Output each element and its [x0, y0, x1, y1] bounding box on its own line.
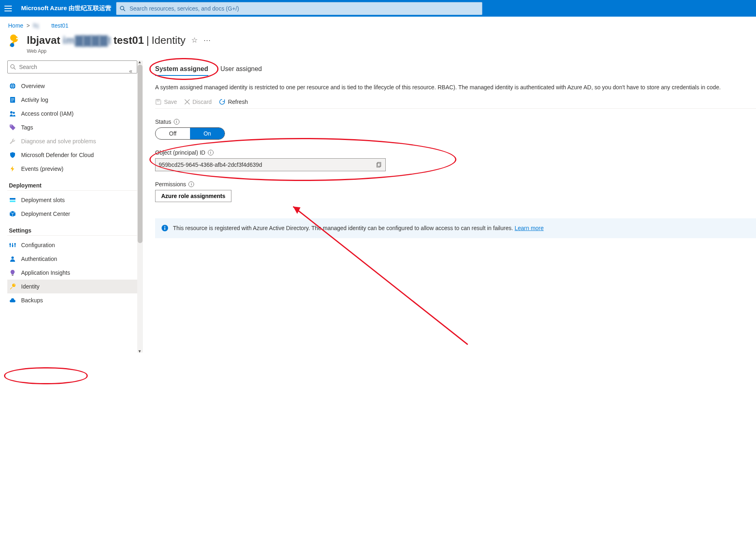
page-title-bar: lbjavatim▇▇▇▇ttest01 | Identity ☆ ⋯: [0, 30, 756, 48]
more-icon[interactable]: ⋯: [203, 36, 212, 45]
sidebar-item-label: Authentication: [21, 256, 57, 262]
svg-point-3: [10, 43, 14, 47]
sidebar-item-authentication[interactable]: Authentication: [7, 252, 137, 266]
svg-point-19: [14, 284, 15, 285]
info-icon[interactable]: i: [188, 181, 194, 187]
breadcrumb-resource[interactable]: lbj ttest01: [33, 22, 68, 29]
svg-point-8: [10, 111, 13, 114]
search-icon: [10, 64, 16, 70]
bulb-icon: [9, 269, 16, 276]
permissions-field: Permissionsi Azure role assignments: [155, 181, 756, 202]
scrollbar-thumb[interactable]: [138, 65, 143, 243]
save-icon: [155, 99, 162, 105]
svg-point-0: [120, 6, 124, 10]
cloud-icon: [9, 297, 16, 304]
status-field: Statusi Off On: [155, 118, 756, 140]
sidebar-item-label: Microsoft Defender for Cloud: [21, 152, 94, 158]
page-title: lbjavatim▇▇▇▇ttest01 | Identity: [27, 34, 186, 47]
sidebar-item-application-insights[interactable]: Application Insights: [7, 266, 137, 280]
tag-icon: [9, 124, 16, 131]
command-bar: Save Discard Refresh: [155, 93, 756, 109]
svg-point-9: [13, 112, 15, 114]
sidebar-item-deployment-slots[interactable]: Deployment slots: [7, 193, 137, 207]
star-icon[interactable]: ☆: [191, 36, 198, 45]
sidebar-item-identity[interactable]: Identity: [7, 280, 137, 293]
key-icon: [9, 283, 16, 290]
sidebar-item-label: Application Insights: [21, 269, 70, 276]
top-bar: Microsoft Azure 由世纪互联运营: [0, 0, 756, 17]
tab-user-assigned[interactable]: User assigned: [220, 63, 262, 76]
people-icon: [9, 110, 16, 117]
svg-point-10: [11, 125, 11, 126]
svg-rect-20: [157, 99, 159, 101]
sidebar-item-label: Access control (IAM): [21, 110, 73, 117]
toggle-off[interactable]: Off: [156, 128, 190, 139]
sidebar-item-diagnose-and-solve-problems[interactable]: Diagnose and solve problems: [7, 134, 137, 148]
permissions-label: Permissions: [155, 181, 186, 187]
save-button[interactable]: Save: [155, 99, 177, 105]
side-nav: « OverviewActivity logAccess control (IA…: [0, 60, 137, 353]
svg-line-5: [14, 68, 15, 69]
svg-point-14: [12, 245, 13, 247]
info-icon[interactable]: i: [174, 119, 179, 125]
sidebar-item-label: Deployment slots: [21, 197, 65, 203]
sidebar-item-access-control-iam-[interactable]: Access control (IAM): [7, 107, 137, 121]
sidebar-item-label: Configuration: [21, 242, 55, 248]
refresh-icon: [219, 99, 225, 105]
side-search[interactable]: [7, 60, 137, 73]
svg-point-13: [9, 243, 11, 245]
wrench-icon: [9, 138, 16, 145]
sidebar-item-label: Tags: [21, 124, 33, 131]
toggle-on[interactable]: On: [190, 128, 225, 139]
refresh-button[interactable]: Refresh: [219, 99, 248, 105]
banner-link[interactable]: Learn more: [514, 225, 544, 231]
svg-marker-27: [293, 207, 300, 214]
sidebar-item-label: Diagnose and solve problems: [21, 138, 96, 144]
global-search[interactable]: [116, 2, 482, 15]
breadcrumb-sep: >: [25, 22, 31, 29]
slots-icon: [9, 196, 16, 204]
discard-button[interactable]: Discard: [184, 99, 212, 105]
brand-label[interactable]: Microsoft Azure 由世纪互联运营: [16, 4, 116, 12]
tab-description: A system assigned managed identity is re…: [155, 83, 756, 91]
close-icon: [184, 99, 190, 105]
menu-icon[interactable]: [0, 6, 16, 11]
sidebar-item-label: Backups: [21, 297, 43, 304]
cube-icon: [9, 210, 16, 218]
sidebar-item-configuration[interactable]: Configuration: [7, 238, 137, 252]
info-icon: [162, 225, 168, 233]
collapse-icon[interactable]: «: [129, 68, 132, 74]
role-assignments-button[interactable]: Azure role assignments: [155, 190, 231, 202]
svg-line-1: [123, 9, 125, 11]
info-icon[interactable]: i: [208, 150, 214, 155]
sidebar-item-tags[interactable]: Tags: [7, 121, 137, 134]
sidebar-item-activity-log[interactable]: Activity log: [7, 93, 137, 107]
side-search-input[interactable]: [18, 63, 134, 71]
tab-system-assigned[interactable]: System assigned: [155, 63, 208, 76]
info-banner: This resource is registered with Azure A…: [155, 218, 756, 238]
sidebar-item-label: Events (preview): [21, 166, 63, 172]
status-toggle[interactable]: Off On: [155, 127, 225, 140]
scrollbar[interactable]: ▲ ▼: [137, 60, 143, 353]
svg-point-15: [14, 243, 16, 245]
svg-rect-12: [10, 200, 15, 202]
breadcrumb-home[interactable]: Home: [8, 22, 23, 29]
sidebar-item-events-preview-[interactable]: Events (preview): [7, 162, 137, 176]
bolt-icon: [9, 165, 16, 172]
sliders-icon: [9, 241, 16, 249]
copy-icon[interactable]: [376, 162, 382, 168]
main-content: System assigned User assigned A system a…: [143, 60, 756, 353]
svg-rect-17: [12, 275, 13, 276]
global-search-input[interactable]: [129, 5, 482, 12]
status-label: Status: [155, 118, 171, 125]
object-id-label: Object (principal) ID: [155, 149, 205, 156]
log-icon: [9, 96, 16, 103]
sidebar-item-deployment-center[interactable]: Deployment Center: [7, 207, 137, 221]
sidebar-item-overview[interactable]: Overview: [7, 79, 137, 93]
sidebar-item-label: Overview: [21, 83, 45, 89]
banner-text: This resource is registered with Azure A…: [173, 225, 514, 231]
sidebar-item-microsoft-defender-for-cloud[interactable]: Microsoft Defender for Cloud: [7, 148, 137, 162]
nav-header-settings: Settings: [7, 221, 137, 236]
sidebar-item-label: Identity: [21, 283, 39, 290]
sidebar-item-backups[interactable]: Backups: [7, 293, 137, 307]
